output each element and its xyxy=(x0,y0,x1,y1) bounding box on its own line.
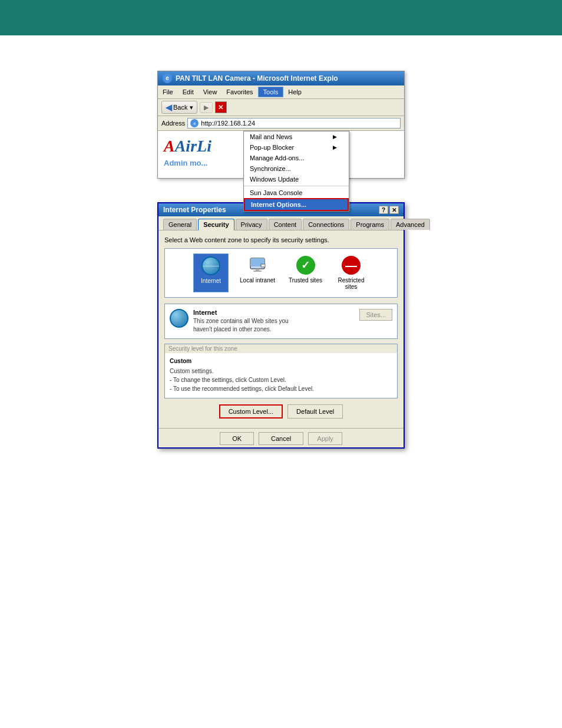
menu-view[interactable]: View xyxy=(199,87,222,97)
security-level-title: Custom xyxy=(170,358,392,364)
menu-file[interactable]: File xyxy=(158,87,178,97)
svg-rect-3 xyxy=(253,271,262,272)
dialog-help-btn[interactable]: ? xyxy=(379,206,388,214)
back-arrow-icon: ◀ xyxy=(166,103,172,112)
address-bar: Address e http://192.168.1.24 xyxy=(158,116,404,131)
stop-button[interactable]: ✕ xyxy=(215,101,227,113)
svg-rect-4 xyxy=(261,264,265,267)
tab-general[interactable]: General xyxy=(163,219,197,230)
default-level-button[interactable]: Default Level xyxy=(287,404,343,419)
internet-zone-icon xyxy=(201,256,220,275)
menu-item-mail-news[interactable]: Mail and News ▶ xyxy=(244,131,349,142)
security-line-1: Custom settings. xyxy=(170,367,392,375)
ok-button[interactable]: OK xyxy=(220,432,254,445)
ie-title-text: PAN TILT LAN Camera - Microsoft Internet… xyxy=(176,74,338,83)
zone-internet[interactable]: Internet xyxy=(193,253,229,292)
tab-advanced[interactable]: Advanced xyxy=(391,219,430,230)
security-level-items: Custom settings. - To change the setting… xyxy=(170,367,392,393)
internet-properties-dialog: Internet Properties ? ✕ General Security… xyxy=(157,202,405,449)
dialog-window: Internet Properties ? ✕ General Security… xyxy=(157,202,405,449)
top-bar xyxy=(0,0,562,35)
dialog-title-text: Internet Properties xyxy=(163,206,226,214)
ie-toolbar: ◀ Back ▾ ▶ ✕ xyxy=(158,99,404,116)
zone-desc-globe-icon xyxy=(170,309,189,328)
zone-trusted-label: Trusted sites xyxy=(289,277,322,284)
security-level-box: Security level for this zone Custom Cust… xyxy=(164,344,398,398)
menu-item-popup-blocker[interactable]: Pop-up Blocker ▶ xyxy=(244,142,349,153)
zone-trusted-sites[interactable]: ✓ Trusted sites xyxy=(286,253,325,292)
forward-button[interactable]: ▶ xyxy=(200,102,213,113)
security-level-label: Security level for this zone xyxy=(165,344,397,353)
tab-connections[interactable]: Connections xyxy=(303,219,349,230)
cancel-button[interactable]: Cancel xyxy=(259,432,303,445)
menu-item-manage-addons[interactable]: Manage Add-ons... xyxy=(244,153,349,163)
monitor-network-svg xyxy=(248,256,267,275)
address-value: http://192.168.1.24 xyxy=(201,120,255,127)
zone-restricted-sites[interactable]: — Restrictedsites xyxy=(333,253,369,292)
zone-internet-label: Internet xyxy=(201,278,221,284)
zone-desc-text: Internet This zone contains all Web site… xyxy=(193,309,355,334)
restricted-circle-icon: — xyxy=(342,256,361,275)
menu-item-synchronize[interactable]: Synchronize... xyxy=(244,163,349,174)
trusted-sites-zone-icon: ✓ xyxy=(296,256,315,275)
menu-item-internet-options[interactable]: Internet Options... xyxy=(244,198,349,211)
sites-button[interactable]: Sites... xyxy=(359,309,392,321)
zone-description-box: Internet This zone contains all Web site… xyxy=(164,304,398,339)
tab-security[interactable]: Security xyxy=(198,219,234,230)
dialog-close-btn[interactable]: ✕ xyxy=(389,206,399,214)
ie-title-bar: e PAN TILT LAN Camera - Microsoft Intern… xyxy=(158,71,404,85)
apply-button[interactable]: Apply xyxy=(308,432,342,445)
menu-help[interactable]: Help xyxy=(283,87,306,97)
menu-item-sun-java[interactable]: Sun Java Console xyxy=(244,187,349,198)
globe-icon xyxy=(201,256,220,275)
zone-desc-title: Internet xyxy=(193,309,355,316)
submenu-arrow: ▶ xyxy=(333,134,337,140)
ie-content-area: AAirLi Admin mo... Mail and News ▶ Pop-u… xyxy=(158,131,404,178)
tab-content[interactable]: Content xyxy=(269,219,302,230)
zone-desc-body: This zone contains all Web sites you hav… xyxy=(193,317,355,334)
back-label: Back ▾ xyxy=(173,104,193,111)
zones-box: Internet xyxy=(164,248,398,298)
custom-level-button[interactable]: Custom Level... xyxy=(219,404,283,419)
address-icon: e xyxy=(190,119,199,127)
zone-section-text: Select a Web content zone to specify its… xyxy=(164,236,398,243)
back-button[interactable]: ◀ Back ▾ xyxy=(161,101,197,114)
tab-programs[interactable]: Programs xyxy=(351,219,389,230)
zone-intranet-label: Local intranet xyxy=(240,277,275,284)
dialog-ok-buttons: OK Cancel Apply xyxy=(158,428,404,447)
security-level-content: Custom Custom settings. - To change the … xyxy=(165,353,397,398)
ie-browser-window: e PAN TILT LAN Camera - Microsoft Intern… xyxy=(157,71,405,179)
check-circle-icon: ✓ xyxy=(296,256,315,275)
dropdown-separator-1 xyxy=(244,186,349,186)
menu-tools[interactable]: Tools xyxy=(258,87,284,97)
svg-rect-2 xyxy=(256,269,259,271)
dialog-title-controls: ? ✕ xyxy=(379,206,399,214)
tab-privacy[interactable]: Privacy xyxy=(236,219,267,230)
dialog-tabs: General Security Privacy Content Connect… xyxy=(158,216,404,230)
menu-item-windows-update[interactable]: Windows Update xyxy=(244,174,349,185)
zone-restricted-label: Restrictedsites xyxy=(338,277,364,290)
security-line-2: - To change the settings, click Custom L… xyxy=(170,375,392,384)
level-buttons: Custom Level... Default Level xyxy=(164,404,398,419)
airlink-text: AirLi xyxy=(175,137,211,155)
address-label: Address xyxy=(161,120,185,127)
zone-local-intranet[interactable]: Local intranet xyxy=(237,253,277,292)
menu-favorites[interactable]: Favorites xyxy=(222,87,257,97)
local-intranet-zone-icon xyxy=(248,256,267,275)
restricted-sites-zone-icon: — xyxy=(342,256,361,275)
dialog-body: Select a Web content zone to specify its… xyxy=(158,230,404,428)
address-input[interactable]: e http://192.168.1.24 xyxy=(187,118,401,129)
tools-dropdown-menu: Mail and News ▶ Pop-up Blocker ▶ Manage … xyxy=(243,131,349,212)
security-line-3: - To use the recommended settings, click… xyxy=(170,384,392,393)
menu-edit[interactable]: Edit xyxy=(178,87,199,97)
submenu-arrow: ▶ xyxy=(333,144,337,150)
ie-logo-icon: e xyxy=(163,74,172,83)
forward-arrow-icon: ▶ xyxy=(204,104,209,111)
ie-menu-bar: File Edit View Favorites Tools Help xyxy=(158,85,404,99)
